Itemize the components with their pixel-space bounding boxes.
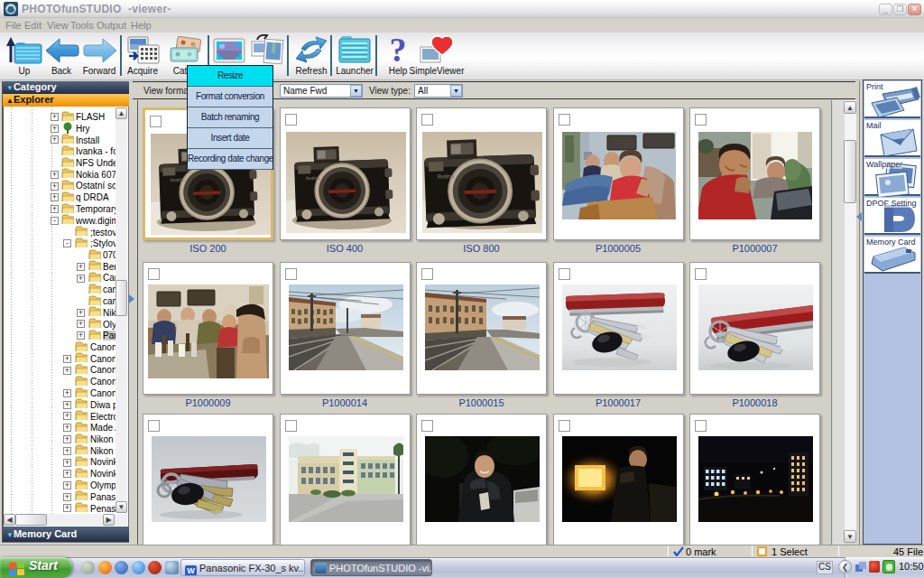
svg-text:Retina: Retina: [171, 177, 186, 183]
svg-text:?: ?: [390, 34, 407, 67]
svg-text:Retina: Retina: [305, 175, 320, 182]
svg-text:Retina: Retina: [438, 172, 455, 180]
